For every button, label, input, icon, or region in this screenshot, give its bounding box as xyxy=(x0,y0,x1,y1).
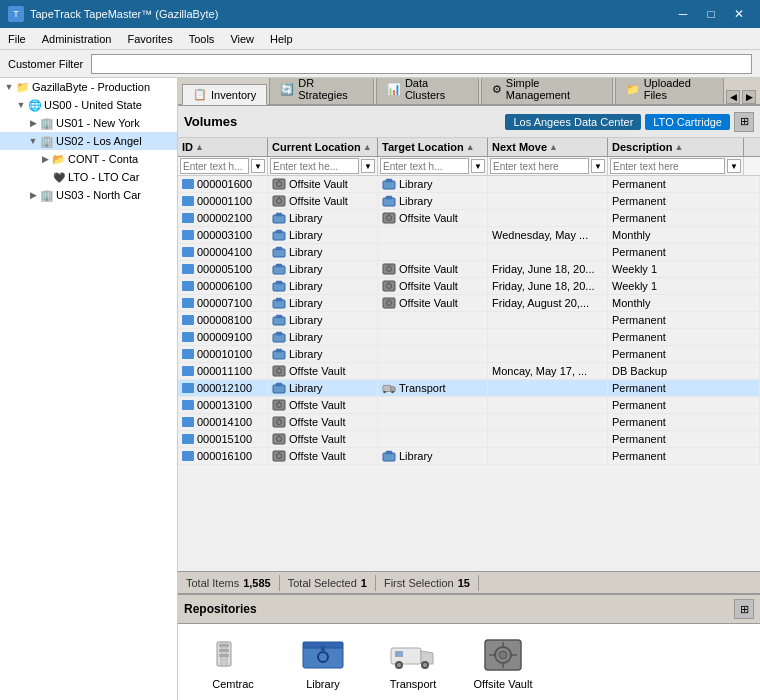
table-row[interactable]: 000013100Offste VaultPermanent xyxy=(178,397,760,414)
tab-simple-management[interactable]: ⚙ Simple Management xyxy=(481,78,613,104)
col-header-current[interactable]: Current Location ▲ xyxy=(268,138,378,156)
table-row[interactable]: 000011100Offste VaultMoncay, May 17, ...… xyxy=(178,363,760,380)
volumes-title: Volumes xyxy=(184,114,505,129)
expand-icon[interactable]: ▼ xyxy=(16,100,26,110)
table-row[interactable]: 000006100LibraryOffsite VaultFriday, Jun… xyxy=(178,278,760,295)
menu-help[interactable]: Help xyxy=(262,31,301,47)
cell-description: DB Backup xyxy=(608,363,760,379)
table-row[interactable]: 000009100LibraryPermanent xyxy=(178,329,760,346)
cell-current: Library xyxy=(268,210,378,226)
tab-nav: ◀ ▶ xyxy=(726,90,756,104)
tab-data-clusters[interactable]: 📊 Data Clusters xyxy=(376,78,479,104)
minimize-button[interactable]: ─ xyxy=(670,4,696,24)
sidebar-item-cont[interactable]: ▶ 📂 CONT - Conta xyxy=(0,150,177,168)
table-row[interactable]: 000001100Offsite VaultLibraryPermanent xyxy=(178,193,760,210)
cell-description: Permanent xyxy=(608,346,760,362)
filter-input-target[interactable] xyxy=(380,158,469,174)
repo-item-library[interactable]: Library xyxy=(288,634,358,690)
table-row[interactable]: 000003100LibraryWednesday, May ...Monthl… xyxy=(178,227,760,244)
grid-view-button[interactable]: ⊞ xyxy=(734,112,754,132)
expand-icon[interactable]: ▶ xyxy=(28,118,38,128)
repo-label-transport: Transport xyxy=(390,678,437,690)
tab-nav-prev[interactable]: ◀ xyxy=(726,90,740,104)
cell-description: Permanent xyxy=(608,244,760,260)
expand-icon[interactable]: ▼ xyxy=(28,136,38,146)
col-header-target[interactable]: Target Location ▲ xyxy=(378,138,488,156)
current-location-icon xyxy=(272,297,286,309)
table-row[interactable]: 000014100Offste VaultPermanent xyxy=(178,414,760,431)
sidebar: ▼ 📁 GazillaByte - Production ▼ 🌐 US00 - … xyxy=(0,78,178,700)
table-row[interactable]: 000012100LibraryTransportPermanent xyxy=(178,380,760,397)
filter-btn-current[interactable]: ▼ xyxy=(361,159,375,173)
menu-file[interactable]: File xyxy=(0,31,34,47)
filter-input-nextmove[interactable] xyxy=(490,158,589,174)
sidebar-item-us01[interactable]: ▶ 🏢 US01 - New York xyxy=(0,114,177,132)
table-row[interactable]: 000015100Offste VaultPermanent xyxy=(178,431,760,448)
sidebar-item-us03[interactable]: ▶ 🏢 US03 - North Car xyxy=(0,186,177,204)
tab-nav-next[interactable]: ▶ xyxy=(742,90,756,104)
sidebar-item-gazillabyte[interactable]: ▼ 📁 GazillaByte - Production xyxy=(0,78,177,96)
table-row[interactable]: 000005100LibraryOffsite VaultFriday, Jun… xyxy=(178,261,760,278)
cell-current: Library xyxy=(268,295,378,311)
cell-target: Library xyxy=(378,193,488,209)
cell-current: Library xyxy=(268,329,378,345)
filter-input-current[interactable] xyxy=(270,158,359,174)
close-button[interactable]: ✕ xyxy=(726,4,752,24)
table-row[interactable]: 000010100LibraryPermanent xyxy=(178,346,760,363)
filter-input-description[interactable] xyxy=(610,158,725,174)
filter-btn-target[interactable]: ▼ xyxy=(471,159,485,173)
cell-target xyxy=(378,227,488,243)
repo-item-cemtrac[interactable]: Cemtrac xyxy=(198,634,268,690)
table-row[interactable]: 000016100Offste VaultLibraryPermanent xyxy=(178,448,760,465)
tape-icon xyxy=(182,434,194,444)
sidebar-item-us02[interactable]: ▼ 🏢 US02 - Los Angel xyxy=(0,132,177,150)
window-controls: ─ □ ✕ xyxy=(670,4,752,24)
expand-icon[interactable]: ▶ xyxy=(40,154,50,164)
table-row[interactable]: 000004100LibraryPermanent xyxy=(178,244,760,261)
customer-filter-input[interactable] xyxy=(91,54,752,74)
cell-description: Permanent xyxy=(608,414,760,430)
filter-input-id[interactable] xyxy=(180,158,249,174)
menu-favorites[interactable]: Favorites xyxy=(119,31,180,47)
current-location-icon xyxy=(272,450,286,462)
col-header-id[interactable]: ID ▲ xyxy=(178,138,268,156)
table-row[interactable]: 000001600Offsite VaultLibraryPermanent xyxy=(178,176,760,193)
cell-nextmove: Friday, June 18, 20... xyxy=(488,278,608,294)
sidebar-item-us00[interactable]: ▼ 🌐 US00 - United State xyxy=(0,96,177,114)
expand-icon[interactable]: ▼ xyxy=(4,82,14,92)
cell-description: Permanent xyxy=(608,431,760,447)
app-icon: T xyxy=(8,6,24,22)
expand-icon[interactable]: ▶ xyxy=(28,190,38,200)
filter-btn-description[interactable]: ▼ xyxy=(727,159,741,173)
filter-btn-nextmove[interactable]: ▼ xyxy=(591,159,605,173)
target-location-icon xyxy=(382,314,396,326)
current-location-icon xyxy=(272,229,286,241)
repo-item-transport[interactable]: Transport xyxy=(378,634,448,690)
cell-current: Library xyxy=(268,312,378,328)
tab-uploaded-files[interactable]: 📁 Uploaded Files xyxy=(615,78,724,104)
title-bar: T TapeTrack TapeMaster™ (GazillaByte) ─ … xyxy=(0,0,760,28)
repos-grid-button[interactable]: ⊞ xyxy=(734,599,754,619)
col-header-description[interactable]: Description ▲ xyxy=(608,138,744,156)
sidebar-item-label: US02 - Los Angel xyxy=(56,135,142,147)
menu-administration[interactable]: Administration xyxy=(34,31,120,47)
current-location-icon xyxy=(272,348,286,360)
menu-tools[interactable]: Tools xyxy=(181,31,223,47)
menu-view[interactable]: View xyxy=(222,31,262,47)
main-layout: ▼ 📁 GazillaByte - Production ▼ 🌐 US00 - … xyxy=(0,78,760,700)
cell-current: Library xyxy=(268,227,378,243)
maximize-button[interactable]: □ xyxy=(698,4,724,24)
table-row[interactable]: 000007100LibraryOffsite VaultFriday, Aug… xyxy=(178,295,760,312)
tape-icon xyxy=(182,298,194,308)
tape-icon xyxy=(182,417,194,427)
expand-icon[interactable] xyxy=(40,172,50,182)
repo-item-offsite-vault[interactable]: Offsite Vault xyxy=(468,634,538,690)
table-row[interactable]: 000002100LibraryOffsite VaultPermanent xyxy=(178,210,760,227)
tab-inventory[interactable]: 📋 Inventory xyxy=(182,84,267,105)
col-header-nextmove[interactable]: Next Move ▲ xyxy=(488,138,608,156)
tab-dr-strategies[interactable]: 🔄 DR Strategies xyxy=(269,78,374,104)
table-row[interactable]: 000008100LibraryPermanent xyxy=(178,312,760,329)
filter-btn-id[interactable]: ▼ xyxy=(251,159,265,173)
table-body: 000001600Offsite VaultLibraryPermanent00… xyxy=(178,176,760,571)
sidebar-item-lto[interactable]: 🖤 LTO - LTO Car xyxy=(0,168,177,186)
